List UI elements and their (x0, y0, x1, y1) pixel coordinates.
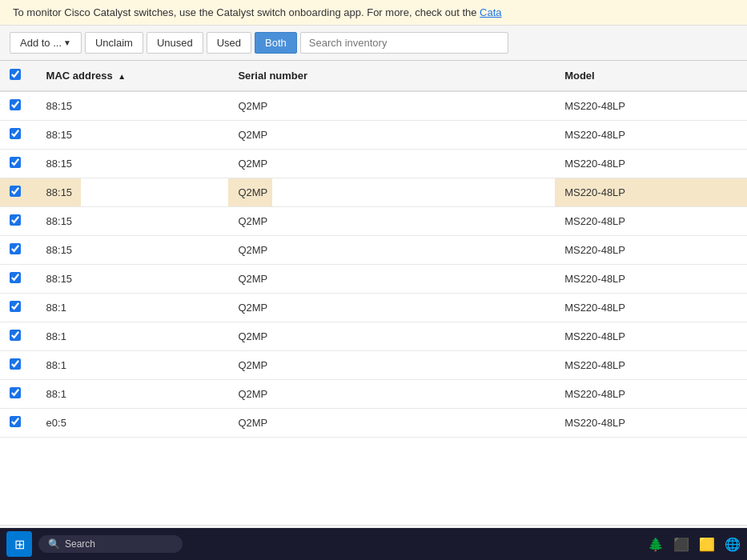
table-row: 88:15Q2MPMS220-48LP (0, 178, 747, 207)
model-cell: MS220-48LP (555, 351, 747, 380)
mac-address-cell: 88:1 (37, 322, 229, 351)
table-row: 88:1Q2MPMS220-48LP (0, 294, 747, 322)
taskbar-icon-monitor[interactable]: ⬛ (673, 537, 689, 552)
row-checkbox-cell[interactable] (0, 150, 37, 178)
taskbar-icon-trees[interactable]: 🌲 (648, 537, 664, 552)
notification-text: To monitor Cisco Catalyst switches, use … (13, 6, 480, 18)
mac-address-cell: e0:5 (37, 409, 229, 438)
toolbar: Add to ... ▼ Unclaim Unused Used Both (0, 26, 747, 61)
inventory-table: MAC address ▲ Serial number Model 88:15Q… (0, 61, 747, 438)
row-checkbox[interactable] (10, 128, 21, 139)
serial-number-cell: Q2MP (228, 294, 555, 322)
row-checkbox[interactable] (10, 243, 21, 254)
select-all-checkbox[interactable] (10, 69, 21, 80)
model-cell: MS220-48LP (555, 294, 747, 322)
serial-number-cell: Q2MP (228, 150, 555, 178)
model-header[interactable]: Model (555, 61, 747, 91)
table-row: 88:15Q2MPMS220-48LP (0, 91, 747, 121)
table-row: 88:1Q2MPMS220-48LP (0, 351, 747, 380)
model-cell: MS220-48LP (555, 322, 747, 351)
notification-link[interactable]: Cata (480, 6, 501, 18)
serial-number-cell: Q2MP (228, 265, 555, 294)
mac-address-cell: 88:15 (37, 265, 229, 294)
mac-address-cell: 88:1 (37, 380, 229, 409)
model-cell: MS220-48LP (555, 207, 747, 236)
row-checkbox-cell[interactable] (0, 207, 37, 236)
notification-bar: To monitor Cisco Catalyst switches, use … (0, 0, 747, 26)
table-row: 88:1Q2MPMS220-48LP (0, 322, 747, 351)
row-checkbox-cell[interactable] (0, 409, 37, 438)
unclaim-button[interactable]: Unclaim (85, 32, 143, 54)
model-cell: MS220-48LP (555, 409, 747, 438)
table-row: 88:15Q2MPMS220-48LP (0, 150, 747, 178)
table-row: 88:15Q2MPMS220-48LP (0, 236, 747, 265)
table-row: 88:1Q2MPMS220-48LP (0, 380, 747, 409)
serial-number-cell: Q2MP (228, 236, 555, 265)
mac-address-cell: 88:15 (37, 178, 229, 207)
row-checkbox-cell[interactable] (0, 322, 37, 351)
table-row: 88:15Q2MPMS220-48LP (0, 265, 747, 294)
row-checkbox[interactable] (10, 99, 21, 110)
row-checkbox[interactable] (10, 387, 21, 398)
serial-number-cell: Q2MP (228, 207, 555, 236)
row-checkbox[interactable] (10, 214, 21, 226)
unused-button[interactable]: Unused (147, 32, 203, 54)
table-header-row: MAC address ▲ Serial number Model (0, 61, 747, 91)
mac-address-cell: 88:15 (37, 236, 229, 265)
row-checkbox-cell[interactable] (0, 351, 37, 380)
mac-address-cell: 88:15 (37, 91, 229, 121)
mac-address-cell: 88:15 (37, 207, 229, 236)
search-icon: 🔍 (48, 538, 60, 550)
row-checkbox-cell[interactable] (0, 294, 37, 322)
row-checkbox-cell[interactable] (0, 380, 37, 409)
sort-arrow-icon: ▲ (118, 72, 126, 81)
mac-address-cell: 88:15 (37, 150, 229, 178)
row-checkbox-cell[interactable] (0, 265, 37, 294)
model-cell: MS220-48LP (555, 236, 747, 265)
model-cell: MS220-48LP (555, 150, 747, 178)
search-input[interactable] (300, 32, 508, 54)
row-checkbox-cell[interactable] (0, 236, 37, 265)
taskbar-icon-folder[interactable]: 🟨 (699, 537, 715, 552)
serial-number-cell: Q2MP (228, 121, 555, 150)
taskbar-icon-chrome[interactable]: 🌐 (725, 537, 741, 552)
used-button[interactable]: Used (207, 32, 251, 54)
row-checkbox-cell[interactable] (0, 178, 37, 207)
mac-address-cell: 88:15 (37, 121, 229, 150)
select-all-header[interactable] (0, 61, 37, 91)
row-checkbox[interactable] (10, 330, 21, 341)
model-cell: MS220-48LP (555, 121, 747, 150)
row-checkbox[interactable] (10, 416, 21, 427)
row-checkbox-cell[interactable] (0, 121, 37, 150)
both-button[interactable]: Both (255, 32, 297, 54)
taskbar-search[interactable]: 🔍 Search (38, 535, 183, 553)
taskbar-icons: 🌲 ⬛ 🟨 🌐 (648, 537, 741, 552)
row-checkbox[interactable] (10, 272, 21, 283)
model-cell: MS220-48LP (555, 380, 747, 409)
row-checkbox[interactable] (10, 301, 21, 312)
row-checkbox[interactable] (10, 358, 21, 370)
serial-number-cell: Q2MP (228, 91, 555, 121)
model-cell: MS220-48LP (555, 265, 747, 294)
row-checkbox[interactable] (10, 186, 21, 197)
table-row: e0:5Q2MPMS220-48LP (0, 409, 747, 438)
mac-address-cell: 88:1 (37, 294, 229, 322)
serial-number-cell: Q2MP (228, 322, 555, 351)
serial-number-header[interactable]: Serial number (228, 61, 555, 91)
row-checkbox[interactable] (10, 157, 21, 168)
serial-number-cell: Q2MP (228, 178, 555, 207)
table-body: 88:15Q2MPMS220-48LP88:15Q2MPMS220-48LP88… (0, 91, 747, 438)
table-row: 88:15Q2MPMS220-48LP (0, 121, 747, 150)
serial-number-cell: Q2MP (228, 409, 555, 438)
mac-address-cell: 88:1 (37, 351, 229, 380)
taskbar-search-label: Search (65, 538, 95, 550)
row-checkbox-cell[interactable] (0, 91, 37, 121)
mac-address-header[interactable]: MAC address ▲ (37, 61, 229, 91)
inventory-table-container: MAC address ▲ Serial number Model 88:15Q… (0, 61, 747, 525)
dropdown-arrow-icon: ▼ (63, 38, 71, 47)
serial-number-cell: Q2MP (228, 380, 555, 409)
taskbar: ⊞ 🔍 Search 🌲 ⬛ 🟨 🌐 (0, 528, 747, 560)
add-to-button[interactable]: Add to ... ▼ (10, 32, 82, 54)
start-button[interactable]: ⊞ (6, 531, 32, 557)
model-cell: MS220-48LP (555, 178, 747, 207)
